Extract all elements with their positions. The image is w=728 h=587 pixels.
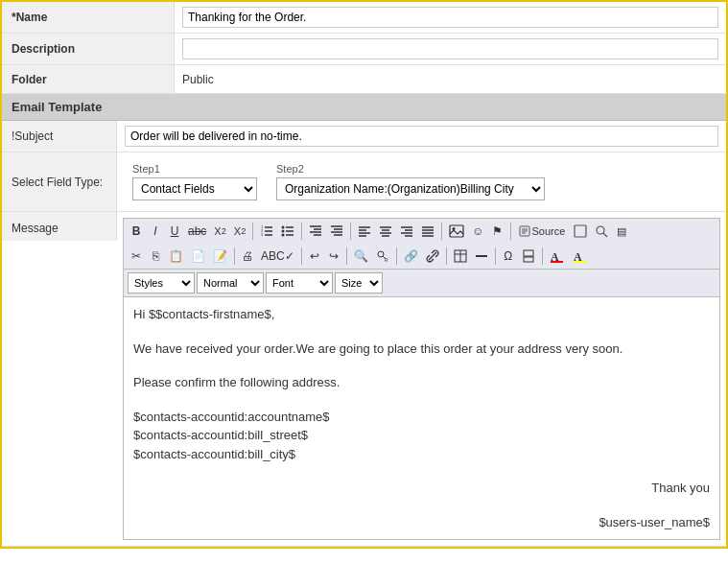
align-right-button[interactable]: [397, 222, 416, 241]
editor-line2: [133, 324, 710, 340]
indent-increase-button[interactable]: [327, 222, 346, 241]
sep3: [350, 223, 351, 240]
description-value-cell: [175, 34, 726, 64]
svg-rect-54: [524, 257, 533, 262]
styles-select[interactable]: Styles: [128, 272, 195, 294]
description-row: Description: [2, 34, 726, 65]
description-label: Description: [2, 34, 175, 64]
select-field-label: Select Field Type:: [2, 153, 117, 211]
undo-button[interactable]: ↩: [306, 247, 323, 266]
copy-button[interactable]: ⎘: [147, 247, 164, 266]
folder-label: Folder: [2, 65, 175, 93]
svg-line-44: [603, 233, 607, 237]
ordered-list-button[interactable]: 123: [257, 222, 276, 241]
editor-line10: [133, 463, 710, 479]
editor-line4: [133, 358, 710, 373]
paste-text-button[interactable]: 📄: [188, 247, 208, 266]
bg-color-button[interactable]: A: [570, 247, 591, 266]
svg-point-6: [282, 226, 285, 229]
indent-decrease-button[interactable]: [306, 222, 325, 241]
sep6: [234, 247, 235, 265]
email-template-header: Email Template: [2, 94, 726, 121]
name-value-cell: [175, 2, 726, 33]
name-row: *Name: [2, 2, 726, 34]
insert-hline-button[interactable]: [472, 247, 491, 266]
link-button[interactable]: 🔗: [401, 247, 421, 266]
flag-button[interactable]: ⚑: [489, 222, 506, 241]
editor-line8: $contacts-accountid:bill_street$: [133, 426, 710, 445]
description-input[interactable]: [182, 38, 718, 59]
underline-button[interactable]: U: [166, 222, 183, 241]
smiley-button[interactable]: ☺: [469, 222, 486, 241]
sep11: [495, 247, 496, 265]
editor-line12: [133, 498, 710, 513]
align-justify-button[interactable]: [418, 222, 437, 241]
pagebreak-button[interactable]: [519, 247, 538, 266]
step1-label: Step1: [132, 163, 257, 175]
size-select[interactable]: Size: [335, 272, 383, 294]
svg-rect-36: [450, 225, 463, 237]
name-input[interactable]: [182, 7, 718, 28]
subject-value-cell: [117, 121, 726, 152]
sep12: [542, 247, 543, 265]
editor-line1: Hi $$contacts-firstname$,: [133, 305, 710, 324]
image-button[interactable]: [446, 222, 467, 241]
svg-point-8: [282, 230, 285, 233]
align-center-button[interactable]: [376, 222, 395, 241]
font-select[interactable]: Font: [266, 272, 333, 294]
find-button[interactable]: 🔍: [351, 247, 371, 266]
special-char-button[interactable]: Ω: [500, 247, 517, 266]
unlink-button[interactable]: [423, 247, 442, 266]
spellcheck-button[interactable]: ABC✓: [258, 247, 297, 266]
step2-label: Step2: [276, 163, 545, 175]
italic-button[interactable]: I: [147, 222, 164, 241]
zoom-button[interactable]: [592, 222, 611, 241]
select-steps-container: Step1 Contact Fields Step2 Organization …: [125, 157, 552, 206]
bold-button[interactable]: B: [128, 222, 145, 241]
subscript-button[interactable]: X2: [211, 222, 228, 241]
redo-button[interactable]: ↪: [325, 247, 342, 266]
svg-line-48: [429, 252, 436, 260]
source-button[interactable]: Source: [515, 224, 570, 238]
about-button[interactable]: ▤: [613, 222, 630, 241]
editor-wrapper: B I U abc X2 X2 123: [117, 212, 726, 546]
folder-value: Public: [182, 73, 214, 86]
maximize-button[interactable]: [571, 222, 590, 241]
editor-line5: Please confirm the following address.: [133, 373, 710, 392]
editor-line13: $users-user_name$: [133, 513, 710, 532]
cut-button[interactable]: ✂: [128, 247, 145, 266]
editor-body[interactable]: Hi $$contacts-firstname$, We have receiv…: [123, 297, 720, 540]
strikethrough-button[interactable]: abc: [185, 222, 209, 241]
sep2: [301, 223, 302, 240]
sep7: [301, 247, 302, 265]
svg-rect-42: [575, 225, 586, 237]
svg-point-10: [282, 234, 285, 237]
message-row: Message B I U abc X2 X2 123: [2, 212, 726, 547]
step2-select[interactable]: Organization Name:(Organization)Billing …: [276, 177, 545, 200]
steps-row: Step1 Contact Fields Step2 Organization …: [132, 163, 545, 200]
sep9: [396, 247, 397, 265]
editor-line11: Thank you: [133, 479, 710, 498]
main-form: *Name Description Folder Public Email Te…: [0, 0, 728, 549]
print-button[interactable]: 🖨: [239, 247, 256, 266]
replace-button[interactable]: R: [373, 247, 392, 266]
unordered-list-button[interactable]: [278, 222, 297, 241]
subject-input[interactable]: [125, 126, 718, 147]
step1-select[interactable]: Contact Fields: [132, 177, 257, 200]
sep10: [446, 247, 447, 265]
message-label: Message: [2, 212, 117, 241]
folder-value-cell: Public: [175, 65, 726, 93]
superscript-button[interactable]: X2: [231, 222, 248, 241]
paste-button[interactable]: 📋: [166, 247, 186, 266]
insert-table-button[interactable]: [451, 247, 470, 266]
font-color-button[interactable]: A: [547, 247, 568, 266]
editor-line7: $contacts-accountid:accountname$: [133, 408, 710, 427]
align-left-button[interactable]: [355, 222, 374, 241]
normal-select[interactable]: Normal: [197, 272, 264, 294]
subject-label: !Subject: [2, 121, 117, 152]
select-field-value-cell: Step1 Contact Fields Step2 Organization …: [117, 153, 726, 211]
step1-group: Step1 Contact Fields: [132, 163, 257, 200]
sep1: [252, 223, 253, 240]
svg-rect-53: [524, 250, 533, 256]
paste-word-button[interactable]: 📝: [210, 247, 230, 266]
